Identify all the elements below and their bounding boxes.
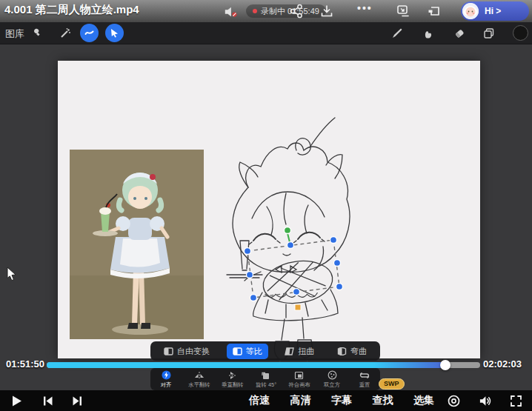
avatar-face-icon <box>462 3 479 19</box>
fullscreen-icon[interactable] <box>510 395 522 407</box>
menu-find[interactable]: 查找 <box>373 394 393 407</box>
snapping-bolt-icon <box>162 370 171 380</box>
account-button[interactable]: Hi > <box>461 1 529 21</box>
transform-mode-distort[interactable]: 扭曲 <box>279 344 320 359</box>
menu-episodes[interactable]: 选集 <box>413 394 434 407</box>
more-options-icon[interactable]: ••• <box>357 2 373 14</box>
video-player: 图库 <box>0 0 532 411</box>
flip-vertical-icon <box>227 371 238 380</box>
transform-mode-warp[interactable]: 弯曲 <box>331 344 373 359</box>
warp-icon <box>337 347 347 355</box>
player-top-bar: 4.001 第二周人物立绘.mp4 录制中 01:55:49 ••• <box>0 0 532 22</box>
option-interpolation[interactable]: 双立方 <box>321 370 343 389</box>
previous-button[interactable] <box>41 395 54 407</box>
option-flip-horizontal[interactable]: 水平翻转 <box>187 371 211 389</box>
option-reset[interactable]: 重置 <box>353 371 376 389</box>
brush-icon[interactable] <box>391 27 403 39</box>
player-menu: 倍速 高清 字幕 查找 选集 <box>249 394 434 407</box>
transform-options-panel: 对齐 水平翻转 垂直翻转 旋转 45° 符合画布 双立方 <box>150 368 380 390</box>
menu-subtitles[interactable]: 字幕 <box>331 394 352 407</box>
follow-target-icon[interactable] <box>448 395 460 407</box>
transform-tool-button[interactable] <box>105 24 124 42</box>
total-time: 02:02:03 <box>483 358 522 370</box>
volume-icon[interactable] <box>479 395 491 407</box>
watermark-badge: SWP <box>379 378 405 390</box>
reset-icon <box>359 371 370 380</box>
video-title: 4.001 第二周人物立绘.mp4 <box>4 3 139 17</box>
cursor-arrow-icon <box>110 28 119 38</box>
video-frame: 图库 <box>0 0 532 390</box>
uniform-icon <box>233 347 242 355</box>
record-dot-icon <box>253 9 257 13</box>
option-rotate-45[interactable]: 旋转 45° <box>255 371 277 389</box>
layers-icon[interactable] <box>483 27 495 39</box>
next-button[interactable] <box>71 395 84 407</box>
avatar <box>462 3 479 19</box>
menu-quality[interactable]: 高清 <box>290 394 311 407</box>
wrench-icon[interactable] <box>31 27 43 39</box>
selection-ribbon-icon <box>84 27 95 39</box>
seek-bar[interactable] <box>47 362 480 368</box>
smudge-finger-icon[interactable] <box>422 27 434 39</box>
transform-mode-bar: 自由变换 等比 扭曲 弯曲 <box>150 341 380 361</box>
menu-speed[interactable]: 倍速 <box>249 394 270 407</box>
eraser-icon[interactable] <box>453 27 465 39</box>
distort-icon <box>285 347 294 355</box>
screen-capture-icon[interactable] <box>396 4 410 18</box>
download-icon[interactable] <box>320 4 333 18</box>
seek-progress <box>47 362 445 368</box>
share-icon[interactable] <box>289 4 304 19</box>
cast-screen-icon[interactable] <box>428 4 441 18</box>
fit-canvas-icon <box>294 371 304 380</box>
account-label: Hi > <box>485 6 501 16</box>
rotate-45-icon <box>261 371 270 380</box>
option-fit-canvas[interactable]: 符合画布 <box>287 371 311 389</box>
reference-photo-figure <box>70 150 204 339</box>
selection-tool-button[interactable] <box>80 24 99 42</box>
player-bottom-bar: 倍速 高清 字幕 查找 选集 <box>0 390 532 411</box>
transform-mode-freeform[interactable]: 自由变换 <box>158 344 216 359</box>
flip-horizontal-icon <box>194 371 205 380</box>
play-button[interactable] <box>10 395 23 407</box>
freeform-icon <box>164 347 173 355</box>
option-flip-vertical[interactable]: 垂直翻转 <box>221 371 245 389</box>
line-art-sketch <box>215 111 359 367</box>
drawing-canvas[interactable] <box>58 61 480 358</box>
current-time: 01:51:50 <box>6 358 44 370</box>
muted-speaker-icon[interactable] <box>224 5 237 19</box>
recording-indicator: 录制中 01:55:49 <box>246 4 326 18</box>
adjustments-wand-icon[interactable] <box>59 27 71 39</box>
transform-mode-uniform[interactable]: 等比 <box>227 344 268 359</box>
mouse-cursor <box>6 267 18 281</box>
drawing-app-toolbar: 图库 <box>0 22 532 44</box>
option-snapping[interactable]: 对齐 <box>155 370 177 389</box>
interpolation-icon <box>327 370 337 380</box>
gallery-button[interactable]: 图库 <box>5 27 24 41</box>
active-color-swatch[interactable] <box>513 25 528 41</box>
